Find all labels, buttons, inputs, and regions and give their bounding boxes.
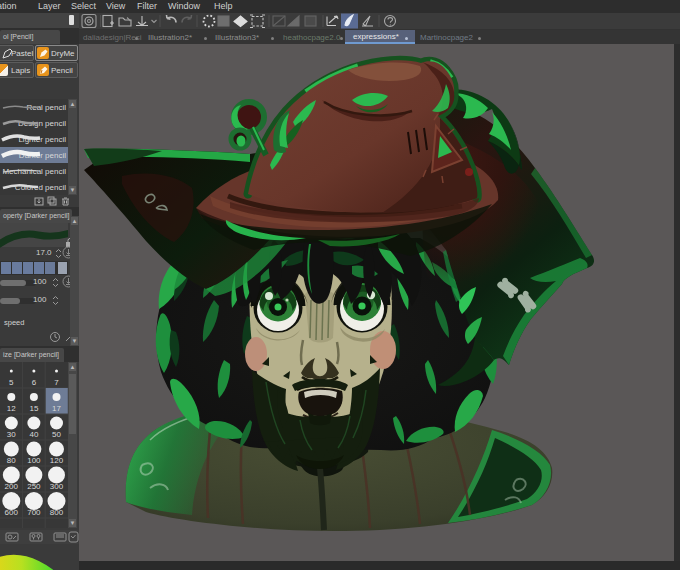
svg-text:50: 50 [52, 430, 61, 439]
svg-text:800: 800 [50, 508, 64, 517]
svg-text:80: 80 [7, 456, 16, 465]
svg-text:200: 200 [5, 482, 19, 491]
svg-text:40: 40 [29, 430, 38, 439]
svg-text:700: 700 [27, 508, 41, 517]
svg-text:120: 120 [50, 456, 64, 465]
svg-text:100: 100 [27, 456, 41, 465]
svg-text:600: 600 [5, 508, 19, 517]
svg-text:6: 6 [32, 378, 37, 387]
svg-text:7: 7 [54, 378, 59, 387]
svg-text:17: 17 [52, 404, 61, 413]
svg-text:300: 300 [50, 482, 64, 491]
svg-text:250: 250 [27, 482, 41, 491]
svg-text:12: 12 [7, 404, 16, 413]
svg-text:5: 5 [9, 378, 14, 387]
svg-text:30: 30 [7, 430, 16, 439]
svg-text:15: 15 [29, 404, 38, 413]
